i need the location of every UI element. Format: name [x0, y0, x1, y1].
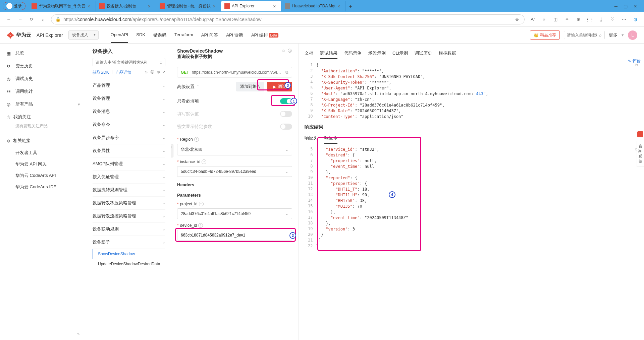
api-group[interactable]: 设备消息⌄ — [93, 105, 165, 118]
search-icon[interactable]: ⌕ — [40, 16, 46, 23]
read-aloud-icon[interactable]: A⁾ — [529, 16, 536, 23]
sidebar-item[interactable]: ◎所有产品 — [0, 98, 87, 111]
region-select[interactable]: 华北-北京四⌄ — [177, 144, 292, 155]
browser-tab[interactable]: 华为云物联网平台_华为云× — [28, 1, 96, 11]
related-link[interactable]: 华为云 CodeArts API — [0, 170, 87, 181]
browser-login-button[interactable]: 登录 — [3, 2, 25, 10]
response-tab[interactable]: 响应体 — [324, 133, 337, 144]
add-collection-button[interactable]: 添加到集合 — [236, 82, 264, 91]
header-nav-item[interactable]: API 诊断 — [226, 27, 243, 43]
more-link[interactable]: 更多 — [609, 32, 618, 38]
result-tab[interactable]: 代码示例 — [344, 48, 362, 59]
service-selector[interactable]: 设备接入 — [68, 30, 99, 40]
external-icon[interactable]: ↗ — [162, 70, 165, 75]
search-icon[interactable]: ⌕ — [599, 32, 602, 38]
globe-icon[interactable]: ⊕ — [157, 70, 160, 75]
api-group[interactable]: 设备影子⌄ — [93, 236, 165, 249]
browser-tab[interactable]: 管理控制台 - 统一身份认× — [156, 1, 221, 11]
feedback-bubble-icon[interactable] — [637, 131, 643, 137]
header-search[interactable]: ⌕ — [564, 31, 605, 39]
product-name[interactable]: API Explorer — [37, 32, 63, 38]
collections-icon[interactable]: ✧ — [564, 16, 570, 23]
result-tab[interactable]: 调试历史 — [415, 48, 432, 59]
debug-button[interactable]: ▶ 调试 — [267, 82, 292, 91]
collapse-sidebar-icon[interactable]: « — [77, 331, 79, 336]
help-icon[interactable]: ? — [199, 202, 204, 206]
header-nav-item[interactable]: 错误码 — [153, 27, 166, 43]
recommend-button[interactable]: 👑 精品推荐 — [530, 30, 560, 40]
close-tab-icon[interactable]: × — [273, 4, 278, 8]
brand-logo[interactable]: 华为云 — [7, 31, 31, 39]
maximize-icon[interactable]: ▢ — [624, 4, 628, 9]
product-detail-link[interactable]: 产品详情 — [115, 70, 131, 75]
get-sdk-link[interactable]: 获取SDK — [93, 70, 109, 75]
browser-tab[interactable]: 设备接入-控制台× — [96, 1, 156, 11]
related-links-header[interactable]: ⊘ 相关链接 — [0, 134, 87, 147]
close-tab-icon[interactable]: × — [213, 4, 217, 8]
sidebar-item[interactable]: ☷调用统计 — [0, 85, 87, 98]
instance-select[interactable]: 5d6cfc34-badb-4d72-956e-897b512a9eed⌄ — [177, 166, 292, 177]
close-tab-icon[interactable]: × — [148, 4, 153, 8]
api-group[interactable]: 数据流转规则管理⌄ — [93, 184, 165, 197]
zoom-icon[interactable]: ⊖ — [514, 16, 520, 23]
my-follow-header[interactable]: ☆ 我的关注 — [0, 111, 87, 123]
api-group[interactable]: 设备命令⌄ — [93, 118, 165, 131]
browser-tab[interactable]: API Explorer× — [221, 1, 281, 11]
result-tab[interactable]: 文档 — [305, 48, 313, 59]
favorite-icon[interactable]: ☆ — [541, 16, 547, 23]
api-group[interactable]: 接入凭证管理⌄ — [93, 171, 165, 184]
result-tab[interactable]: 模拟数据 — [439, 48, 456, 59]
menu-icon[interactable]: ⋯ — [621, 16, 627, 23]
api-group[interactable]: 设备属性⌄ — [93, 144, 165, 157]
smile-icon[interactable]: ☺ — [144, 70, 148, 75]
help-icon[interactable]: ? — [198, 223, 203, 228]
header-nav-item[interactable]: Terraform — [174, 27, 193, 43]
download-icon[interactable]: ⭳ — [598, 16, 604, 23]
unsmile-icon[interactable]: ☹ — [150, 70, 155, 75]
api-group[interactable]: 设备异步命令⌄ — [93, 131, 165, 144]
result-tab[interactable]: 调试结果 — [320, 48, 337, 59]
response-tab[interactable]: 响应头 — [305, 133, 318, 144]
column-drag-handle[interactable]: ◂ — [171, 144, 173, 157]
related-link[interactable]: 华为云 CodeArts IDE — [0, 181, 87, 193]
related-link[interactable]: 开发者工具 — [0, 147, 87, 158]
dislike-icon[interactable]: ☹ — [287, 48, 292, 53]
close-icon[interactable]: ✕ — [634, 4, 637, 9]
header-nav-item[interactable]: SDK — [136, 27, 145, 43]
result-tab[interactable]: 场景示例 — [368, 48, 386, 59]
api-group[interactable]: AMQP队列管理⌄ — [93, 157, 165, 171]
close-tab-icon[interactable]: × — [88, 4, 92, 8]
sidebar-item[interactable]: ▦总览 — [0, 47, 87, 60]
search-icon[interactable]: ⌕ — [160, 60, 162, 65]
only-required-toggle[interactable] — [280, 98, 292, 104]
add-page-icon[interactable]: ⊕ — [575, 16, 582, 23]
heart-icon[interactable]: ♡ — [609, 16, 616, 23]
sidebar-item[interactable]: ◷调试历史 — [0, 72, 87, 85]
browser-tab[interactable]: Huaweicloud IoTDA Mqt× — [281, 1, 346, 11]
back-icon[interactable]: ← — [5, 16, 12, 23]
header-nav-item[interactable]: OpenAPI — [111, 27, 128, 43]
related-link[interactable]: 华为云 API 网关 — [0, 158, 87, 170]
api-group[interactable]: 数据转发流控策略管理⌄ — [93, 210, 165, 223]
copilot-icon[interactable]: ◑ — [632, 16, 639, 23]
header-nav-item[interactable]: API 编排Beta — [251, 27, 278, 43]
refresh-icon[interactable]: ⟳ — [28, 16, 35, 23]
url-input[interactable]: 🔒 https://console.huaweicloud.com/apiexp… — [51, 14, 525, 24]
api-search-input[interactable] — [96, 60, 160, 65]
device-id-input[interactable] — [177, 230, 292, 241]
api-item[interactable]: UpdateDeviceShadowDesiredData — [93, 259, 165, 269]
advanced-settings-toggle[interactable]: 高级设置 ˆ — [177, 84, 199, 90]
new-tab-button[interactable]: ＋ — [346, 2, 355, 10]
user-avatar[interactable]: L — [628, 30, 637, 40]
copy-icon[interactable]: ⧉ — [285, 70, 288, 75]
close-tab-icon[interactable]: × — [337, 4, 342, 8]
extensions-icon[interactable]: ⋮⋮ — [586, 16, 593, 23]
help-icon[interactable]: ? — [194, 137, 199, 142]
copy-icon[interactable]: ⧉ — [635, 63, 638, 67]
api-search-box[interactable]: ⌕ — [93, 58, 165, 66]
api-group[interactable]: 设备管理⌄ — [93, 92, 165, 105]
help-icon[interactable]: ? — [202, 159, 206, 164]
minimize-icon[interactable]: ─ — [614, 4, 618, 9]
sidebar-item[interactable]: ↻变更历史 — [0, 60, 87, 72]
api-group[interactable]: 产品管理⌄ — [93, 79, 165, 92]
